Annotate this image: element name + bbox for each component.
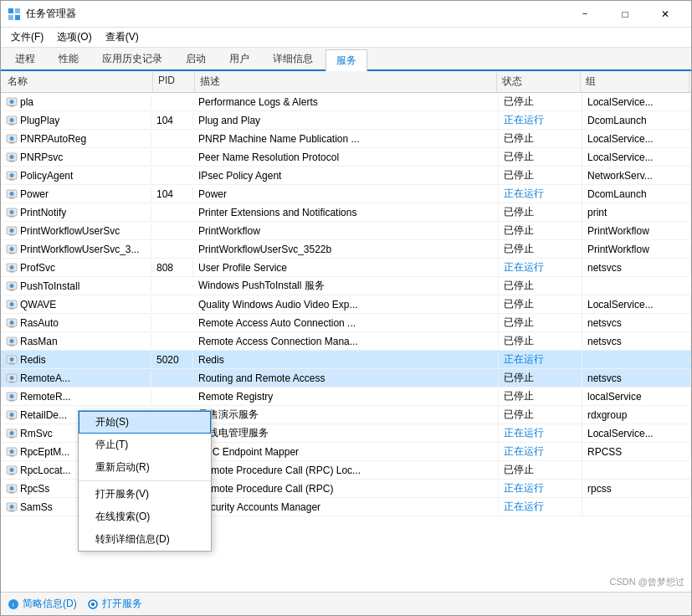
- tab-app-history[interactable]: 应用历史记录: [91, 48, 173, 69]
- table-row[interactable]: PNRPAutoReg PNRP Machine Name Publicatio…: [1, 130, 691, 148]
- svg-point-32: [10, 265, 14, 270]
- cell-name: Power: [1, 187, 151, 202]
- table-row[interactable]: PrintNotify Printer Extensions and Notif…: [1, 203, 691, 222]
- title-controls: － □ ✕: [566, 1, 684, 28]
- cell-status: 正在运行: [499, 185, 582, 203]
- cell-pid: 104: [151, 187, 193, 202]
- cell-pid: [151, 377, 193, 380]
- table-row[interactable]: RemoteA... Routing and Remote Access 已停止…: [1, 369, 691, 388]
- svg-point-56: [10, 413, 14, 417]
- cell-group: RPCSS: [582, 444, 691, 459]
- context-menu: 开始(S)停止(T)重新启动(R)打开服务(V)在线搜索(O)转到详细信息(D): [78, 410, 212, 552]
- cell-group: LocalService...: [582, 297, 691, 312]
- cell-status: 正在运行: [499, 443, 582, 460]
- svg-rect-18: [9, 179, 14, 181]
- tab-details[interactable]: 详细信息: [262, 48, 324, 69]
- cell-desc: 零售演示服务: [193, 406, 499, 424]
- maximize-button[interactable]: □: [606, 1, 644, 28]
- table-row[interactable]: PlugPlay 104 Plug and Play 正在运行 DcomLaun…: [1, 111, 691, 130]
- table-row[interactable]: pla Performance Logs & Alerts 已停止 LocalS…: [1, 93, 691, 111]
- svg-rect-66: [9, 474, 14, 475]
- svg-rect-15: [9, 161, 14, 162]
- cell-desc: Remote Procedure Call (RPC): [193, 481, 499, 496]
- table-row[interactable]: PolicyAgent IPsec Policy Agent 已停止 Netwo…: [1, 167, 691, 185]
- svg-point-47: [10, 357, 14, 362]
- table-row[interactable]: RasAuto Remote Access Auto Connection ..…: [1, 314, 691, 332]
- menu-file[interactable]: 文件(F): [4, 28, 50, 46]
- window-title: 任务管理器: [26, 7, 76, 21]
- cell-name: Redis: [1, 352, 151, 367]
- cell-group: LocalService...: [582, 150, 691, 165]
- cell-status: 已停止: [499, 314, 582, 331]
- svg-rect-36: [9, 290, 14, 291]
- open-services-link[interactable]: 打开服务: [87, 597, 142, 611]
- svg-point-41: [10, 321, 14, 325]
- cell-status: 正在运行: [499, 259, 582, 276]
- svg-rect-2: [8, 15, 13, 20]
- table-row[interactable]: PushToInstall Windows PushToInstall 服务 已…: [1, 277, 691, 295]
- svg-point-11: [10, 136, 14, 141]
- cell-name: PNRPsvc: [1, 150, 151, 165]
- table-row[interactable]: RasMan Remote Access Connection Mana... …: [1, 332, 691, 351]
- menu-options[interactable]: 选项(O): [50, 28, 98, 46]
- cell-group: netsvcs: [582, 371, 691, 386]
- table-row[interactable]: Power 104 Power 正在运行 DcomLaunch: [1, 185, 691, 203]
- cell-status: 已停止: [499, 130, 582, 147]
- cell-desc: User Profile Service: [193, 260, 499, 275]
- cell-status: 已停止: [499, 277, 582, 295]
- cell-desc: Routing and Remote Access: [193, 371, 499, 386]
- table-row[interactable]: QWAVE Quality Windows Audio Video Exp...…: [1, 295, 691, 314]
- col-desc[interactable]: 描述: [195, 71, 497, 92]
- svg-point-17: [10, 173, 14, 177]
- cell-status: 已停止: [499, 406, 582, 424]
- col-group[interactable]: 组: [581, 71, 689, 92]
- context-menu-item-4[interactable]: 在线搜索(O): [79, 506, 211, 528]
- context-menu-item-0[interactable]: 开始(S): [79, 411, 211, 434]
- cell-desc: Printer Extensions and Notifications: [193, 205, 499, 220]
- context-menu-item-2[interactable]: 重新启动(R): [79, 456, 211, 479]
- tab-performance[interactable]: 性能: [48, 48, 90, 69]
- minimize-button[interactable]: －: [566, 1, 604, 28]
- tab-bar: 进程 性能 应用历史记录 启动 用户 详细信息 服务: [1, 48, 691, 71]
- table-row[interactable]: PrintWorkflowUserSvc PrintWorkflow 已停止 P…: [1, 222, 691, 240]
- close-button[interactable]: ✕: [646, 1, 684, 28]
- tab-startup[interactable]: 启动: [175, 48, 217, 69]
- cell-desc: Remote Access Auto Connection ...: [193, 316, 499, 331]
- title-bar-left: 任务管理器: [8, 7, 76, 21]
- cell-group: LocalService...: [582, 426, 691, 441]
- menu-view[interactable]: 查看(V): [99, 28, 146, 46]
- col-pid[interactable]: PID: [153, 71, 195, 92]
- cell-group: LocalService...: [582, 95, 691, 110]
- brief-info-link[interactable]: i 简略信息(D): [8, 597, 77, 611]
- table-row[interactable]: Redis 5020 Redis 正在运行: [1, 351, 691, 369]
- cell-group: netsvcs: [582, 316, 691, 331]
- cell-group: rdxgroup: [582, 408, 691, 423]
- table-row[interactable]: PNRPsvc Peer Name Resolution Protocol 已停…: [1, 148, 691, 167]
- svg-point-59: [10, 431, 14, 435]
- svg-point-62: [10, 449, 14, 454]
- col-status[interactable]: 状态: [497, 71, 581, 92]
- tab-users[interactable]: 用户: [218, 48, 260, 69]
- tab-processes[interactable]: 进程: [4, 48, 46, 69]
- svg-rect-42: [9, 326, 14, 328]
- cell-pid: [151, 395, 193, 398]
- cell-name: PushToInstall: [1, 279, 151, 294]
- table-row[interactable]: PrintWorkflowUserSvc_3... PrintWorkflowU…: [1, 240, 691, 259]
- cell-pid: [151, 174, 193, 177]
- cell-status: 已停止: [499, 388, 582, 405]
- svg-rect-54: [9, 400, 14, 402]
- tab-services[interactable]: 服务: [325, 49, 367, 71]
- cell-pid: 5020: [151, 352, 193, 367]
- cell-desc: Remote Registry: [193, 389, 499, 404]
- cell-pid: [151, 156, 193, 159]
- context-menu-item-1[interactable]: 停止(T): [79, 434, 211, 456]
- context-menu-item-5[interactable]: 转到详细信息(D): [79, 528, 211, 551]
- table-row[interactable]: ProfSvc 808 User Profile Service 正在运行 ne…: [1, 259, 691, 277]
- cell-pid: [151, 137, 193, 141]
- context-menu-item-3[interactable]: 打开服务(V): [79, 483, 211, 506]
- col-name[interactable]: 名称: [3, 71, 153, 92]
- table-row[interactable]: RemoteR... Remote Registry 已停止 localServ…: [1, 388, 691, 406]
- svg-rect-24: [9, 216, 14, 218]
- cell-status: 正在运行: [499, 498, 582, 516]
- cell-group: [582, 506, 691, 509]
